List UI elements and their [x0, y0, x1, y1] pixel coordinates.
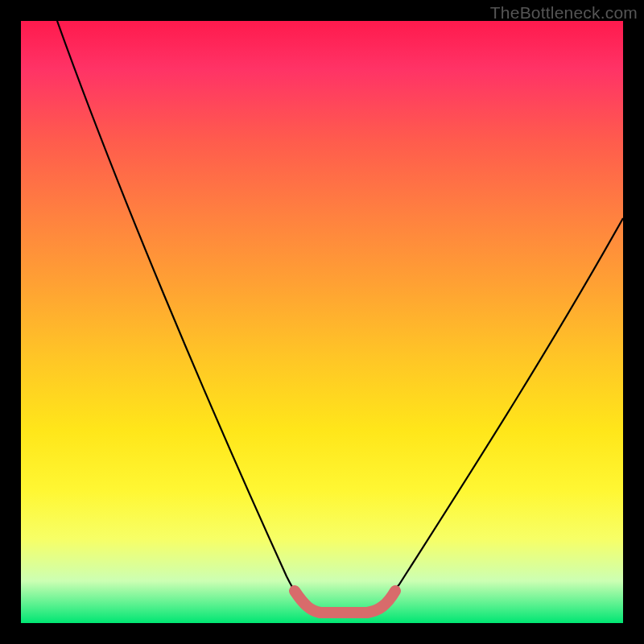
bottleneck-curve [57, 21, 623, 613]
trough-marker-right [367, 591, 395, 613]
watermark-text: TheBottleneck.com [490, 3, 638, 23]
chart-svg [21, 21, 623, 623]
chart-frame: TheBottleneck.com [0, 0, 644, 644]
plot-area [21, 21, 623, 623]
